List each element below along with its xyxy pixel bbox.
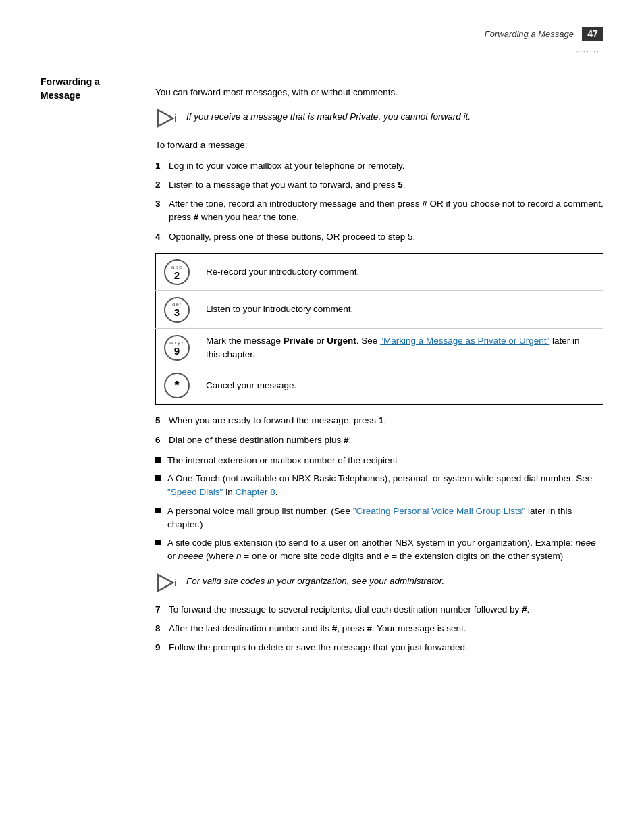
info-box-1: i If you receive a message that is marke… bbox=[155, 106, 603, 130]
link-marking[interactable]: "Marking a Message as Private or Urgent" bbox=[380, 336, 549, 346]
steps-list-1: 1 Log in to your voice mailbox at your t… bbox=[155, 159, 603, 244]
intro-text: You can forward most messages, with or w… bbox=[155, 86, 603, 99]
bullet-square-3 bbox=[155, 508, 161, 513]
info-icon-2: i bbox=[155, 571, 180, 595]
step-4: 4 Optionally, press one of these buttons… bbox=[155, 230, 603, 244]
main-content: Forwarding aMessage You can forward most… bbox=[0, 62, 644, 688]
bullet-square-2 bbox=[155, 475, 161, 481]
step-9-num: 9 bbox=[155, 641, 169, 654]
btn-cell-9: wxyz 9 bbox=[156, 328, 198, 367]
btn-desc-star: Cancel your message. bbox=[198, 367, 603, 405]
btn-desc-2: Re-record your introductory comment. bbox=[198, 253, 603, 291]
svg-marker-0 bbox=[158, 110, 173, 126]
table-row-3: def 3 Listen to your introductory commen… bbox=[156, 291, 603, 329]
phone-button-star: * bbox=[164, 373, 190, 398]
step-8: 8 After the last destination number and … bbox=[155, 622, 603, 635]
bullet-1-text: The internal extension or mailbox number… bbox=[167, 454, 398, 467]
to-forward-label: To forward a message: bbox=[155, 138, 603, 152]
phone-button-2: abc 2 bbox=[164, 259, 190, 285]
btn-desc-9: Mark the message Private or Urgent. See … bbox=[198, 328, 603, 367]
bullet-square-1 bbox=[155, 457, 161, 463]
svg-marker-2 bbox=[158, 575, 173, 591]
step-7-num: 7 bbox=[155, 603, 169, 617]
step-9-text: Follow the prompts to delete or save the… bbox=[169, 641, 603, 654]
right-column: You can forward most messages, with or w… bbox=[155, 62, 603, 661]
step-8-num: 8 bbox=[155, 622, 169, 635]
step-4-num: 4 bbox=[155, 230, 169, 244]
info-icon-1: i bbox=[155, 106, 180, 130]
step-1-num: 1 bbox=[155, 159, 169, 173]
table-row-star: * Cancel your message. bbox=[156, 367, 603, 405]
left-column: Forwarding aMessage bbox=[41, 62, 155, 661]
btn-star: * bbox=[174, 380, 179, 392]
step-2-text: Listen to a message that you want to for… bbox=[169, 178, 603, 192]
info-note-2-text: For valid site codes in your organizatio… bbox=[186, 571, 444, 588]
step-9: 9 Follow the prompts to delete or save t… bbox=[155, 641, 603, 654]
step-4-text: Optionally, press one of these buttons, … bbox=[169, 230, 603, 244]
step-6: 6 Dial one of these destination numbers … bbox=[155, 434, 603, 447]
btn-num-3: 3 bbox=[174, 307, 180, 317]
bullet-list: The internal extension or mailbox number… bbox=[155, 454, 603, 564]
btn-cell-3: def 3 bbox=[156, 291, 198, 329]
link-group-lists[interactable]: "Creating Personal Voice Mail Group List… bbox=[353, 506, 526, 516]
bullet-4-text: A site code plus extension (to send to a… bbox=[167, 536, 603, 564]
bullet-3: A personal voice mail group list number.… bbox=[155, 504, 603, 532]
bullet-2-text: A One-Touch (not available on NBX Basic … bbox=[167, 472, 603, 500]
step-7-text: To forward the message to several recipi… bbox=[169, 603, 603, 617]
phone-button-9: wxyz 9 bbox=[164, 335, 190, 361]
step-3-num: 3 bbox=[155, 197, 169, 225]
section-title: Forwarding aMessage bbox=[41, 76, 142, 102]
step-1-text: Log in to your voice mailbox at your tel… bbox=[169, 159, 603, 173]
btn-desc-3: Listen to your introductory comment. bbox=[198, 291, 603, 329]
top-rule bbox=[155, 76, 603, 76]
table-row-9: wxyz 9 Mark the message Private or Urgen… bbox=[156, 328, 603, 367]
steps-list-3: 7 To forward the message to several reci… bbox=[155, 603, 603, 655]
buttons-table: abc 2 Re-record your introductory commen… bbox=[155, 253, 603, 405]
page: Forwarding a Message 47 ········ Forward… bbox=[0, 0, 644, 834]
step-1: 1 Log in to your voice mailbox at your t… bbox=[155, 159, 603, 173]
svg-text:i: i bbox=[174, 577, 177, 588]
bullet-2: A One-Touch (not available on NBX Basic … bbox=[155, 472, 603, 500]
svg-text:i: i bbox=[174, 113, 177, 124]
bullet-4: A site code plus extension (to send to a… bbox=[155, 536, 603, 564]
page-header: Forwarding a Message 47 bbox=[0, 0, 644, 46]
step-5-num: 5 bbox=[155, 414, 169, 427]
btn-num-9: 9 bbox=[174, 346, 180, 356]
step-2-num: 2 bbox=[155, 178, 169, 192]
header-title: Forwarding a Message bbox=[485, 29, 574, 39]
bullet-1: The internal extension or mailbox number… bbox=[155, 454, 603, 467]
info-note-1-text: If you receive a message that is marked … bbox=[186, 106, 471, 124]
step-3: 3 After the tone, record an introductory… bbox=[155, 197, 603, 225]
bullet-3-text: A personal voice mail group list number.… bbox=[167, 504, 603, 532]
step-5: 5 When you are ready to forward the mess… bbox=[155, 414, 603, 427]
step-3-text: After the tone, record an introductory m… bbox=[169, 197, 603, 225]
table-row-2: abc 2 Re-record your introductory commen… bbox=[156, 253, 603, 291]
btn-num-2: 2 bbox=[174, 270, 180, 280]
phone-button-3: def 3 bbox=[164, 297, 190, 323]
page-number: 47 bbox=[582, 27, 603, 41]
step-5-text: When you are ready to forward the messag… bbox=[169, 414, 603, 427]
step-7: 7 To forward the message to several reci… bbox=[155, 603, 603, 617]
btn-cell-star: * bbox=[156, 367, 198, 405]
info-box-2: i For valid site codes in your organizat… bbox=[155, 571, 603, 595]
step-6-num: 6 bbox=[155, 434, 169, 447]
bullet-square-4 bbox=[155, 540, 161, 545]
header-dots: ········ bbox=[0, 47, 644, 55]
step-6-text: Dial one of these destination numbers pl… bbox=[169, 434, 603, 447]
step-8-text: After the last destination number and it… bbox=[169, 622, 603, 635]
btn-cell-2: abc 2 bbox=[156, 253, 198, 291]
link-chapter8[interactable]: Chapter 8 bbox=[235, 487, 275, 497]
link-speed-dials[interactable]: "Speed Dials" bbox=[167, 487, 223, 497]
step-2: 2 Listen to a message that you want to f… bbox=[155, 178, 603, 192]
steps-list-2: 5 When you are ready to forward the mess… bbox=[155, 414, 603, 447]
